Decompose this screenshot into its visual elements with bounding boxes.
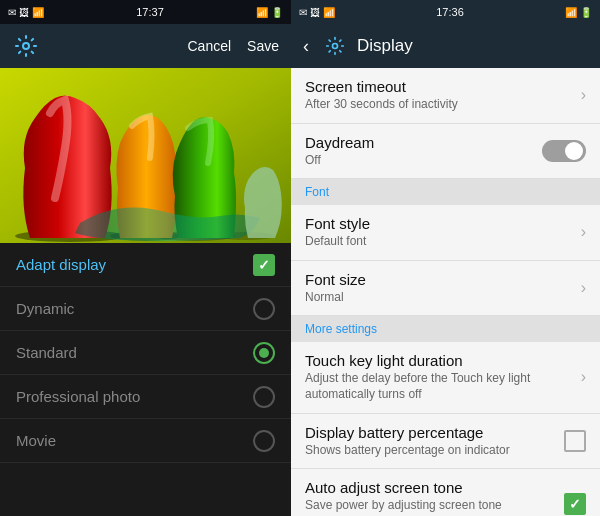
auto-adjust-text: Auto adjust screen tone Save power by ad… (305, 479, 556, 516)
font-size-subtitle: Normal (305, 290, 573, 306)
email-icon: ✉ (8, 7, 16, 18)
svg-point-0 (23, 43, 29, 49)
signal-icon: 📶 (32, 7, 44, 18)
display-gear-icon (323, 34, 347, 58)
screen-timeout-chevron: › (581, 86, 586, 104)
touch-key-text: Touch key light duration Adjust the dela… (305, 352, 573, 402)
daydream-text: Daydream Off (305, 134, 534, 169)
left-status-icons: ✉ 🖼 📶 (8, 7, 44, 18)
daydream-item[interactable]: Daydream Off (291, 124, 600, 180)
more-settings-header: More settings (291, 316, 600, 342)
screen-timeout-title: Screen timeout (305, 78, 573, 95)
image-icon: 🖼 (19, 7, 29, 18)
auto-adjust-subtitle: Save power by adjusting screen tone acco… (305, 498, 556, 516)
font-style-subtitle: Default font (305, 234, 573, 250)
auto-adjust-checkbox[interactable]: ✓ (564, 493, 586, 515)
save-button[interactable]: Save (247, 38, 279, 54)
touch-key-chevron: › (581, 368, 586, 386)
toggle-switch-off[interactable] (542, 140, 586, 162)
chevron-right-icon-3: › (581, 279, 586, 296)
chevron-right-icon: › (581, 86, 586, 103)
more-settings-label: More settings (305, 322, 377, 336)
toggle-knob (565, 142, 583, 160)
touch-key-subtitle: Adjust the delay before the Touch key li… (305, 371, 573, 402)
font-section-header: Font (291, 179, 600, 205)
right-settings-list: Screen timeout After 30 seconds of inact… (291, 68, 600, 516)
right-battery-icons: 📶 🔋 (565, 7, 592, 18)
professional-photo-item[interactable]: Professional photo (0, 375, 291, 419)
dynamic-item[interactable]: Dynamic (0, 287, 291, 331)
checkbox-checked-icon: ✓ (564, 493, 586, 515)
right-status-icons-left: 📶 🔋 (256, 7, 283, 18)
right-panel-title: Display (357, 36, 413, 56)
dynamic-radio (253, 298, 275, 320)
battery-percent-checkbox[interactable] (564, 430, 586, 452)
professional-photo-label: Professional photo (16, 388, 140, 405)
font-size-chevron: › (581, 279, 586, 297)
image-preview (0, 68, 291, 243)
movie-radio (253, 430, 275, 452)
font-style-title: Font style (305, 215, 573, 232)
standard-radio (253, 342, 275, 364)
battery-percent-subtitle: Shows battery percentage on indicator (305, 443, 556, 459)
right-signal-icon: 📶 (323, 7, 335, 18)
font-section-label: Font (305, 185, 329, 199)
right-status-bar: ✉ 🖼 📶 17:36 📶 🔋 (291, 0, 600, 24)
left-status-bar: ✉ 🖼 📶 17:37 📶 🔋 (0, 0, 291, 24)
right-status-icons: ✉ 🖼 📶 (299, 7, 335, 18)
auto-adjust-title: Auto adjust screen tone (305, 479, 556, 496)
daydream-toggle[interactable] (542, 140, 586, 162)
dynamic-label: Dynamic (16, 300, 74, 317)
daydream-title: Daydream (305, 134, 534, 151)
cancel-button[interactable]: Cancel (187, 38, 231, 54)
font-size-item[interactable]: Font size Normal › (291, 261, 600, 317)
professional-radio (253, 386, 275, 408)
touch-key-item[interactable]: Touch key light duration Adjust the dela… (291, 342, 600, 413)
battery-percent-title: Display battery percentage (305, 424, 556, 441)
screen-timeout-item[interactable]: Screen timeout After 30 seconds of inact… (291, 68, 600, 124)
standard-label: Standard (16, 344, 77, 361)
movie-item[interactable]: Movie (0, 419, 291, 463)
right-toolbar: ‹ Display (291, 24, 600, 68)
left-toolbar-actions: Cancel Save (187, 38, 279, 54)
left-toolbar: Cancel Save (0, 24, 291, 68)
daydream-subtitle: Off (305, 153, 534, 169)
back-button[interactable]: ‹ (303, 36, 309, 57)
screen-timeout-text: Screen timeout After 30 seconds of inact… (305, 78, 573, 113)
right-image-icon: 🖼 (310, 7, 320, 18)
movie-label: Movie (16, 432, 56, 449)
adapt-display-item[interactable]: Adapt display ✓ (0, 243, 291, 287)
chevron-right-icon-4: › (581, 368, 586, 385)
checkmark-icon: ✓ (258, 257, 270, 273)
battery-icon-left: 🔋 (271, 7, 283, 18)
auto-adjust-item[interactable]: Auto adjust screen tone Save power by ad… (291, 469, 600, 516)
checkmark-green: ✓ (569, 496, 581, 512)
left-settings-list: Adapt display ✓ Dynamic Standard Profess… (0, 243, 291, 516)
left-time: 17:37 (136, 6, 164, 18)
font-style-item[interactable]: Font style Default font › (291, 205, 600, 261)
font-style-text: Font style Default font (305, 215, 573, 250)
touch-key-title: Touch key light duration (305, 352, 573, 369)
settings-gear-icon (12, 32, 40, 60)
screen-timeout-subtitle: After 30 seconds of inactivity (305, 97, 573, 113)
right-panel: ✉ 🖼 📶 17:36 📶 🔋 ‹ Display Screen timeout… (291, 0, 600, 516)
battery-percent-text: Display battery percentage Shows battery… (305, 424, 556, 459)
right-email-icon: ✉ (299, 7, 307, 18)
adapt-display-label: Adapt display (16, 256, 106, 273)
adapt-display-checkbox: ✓ (253, 254, 275, 276)
checkbox-empty-icon (564, 430, 586, 452)
battery-icon-right: 🔋 (580, 7, 592, 18)
wifi-icon-left: 📶 (256, 7, 268, 18)
standard-item[interactable]: Standard (0, 331, 291, 375)
font-size-title: Font size (305, 271, 573, 288)
chevron-right-icon-2: › (581, 223, 586, 240)
right-time: 17:36 (436, 6, 464, 18)
wifi-icon-right: 📶 (565, 7, 577, 18)
font-style-chevron: › (581, 223, 586, 241)
left-panel: ✉ 🖼 📶 17:37 📶 🔋 Cancel Save (0, 0, 291, 516)
battery-percent-item[interactable]: Display battery percentage Shows battery… (291, 414, 600, 470)
font-size-text: Font size Normal (305, 271, 573, 306)
svg-point-6 (333, 44, 338, 49)
